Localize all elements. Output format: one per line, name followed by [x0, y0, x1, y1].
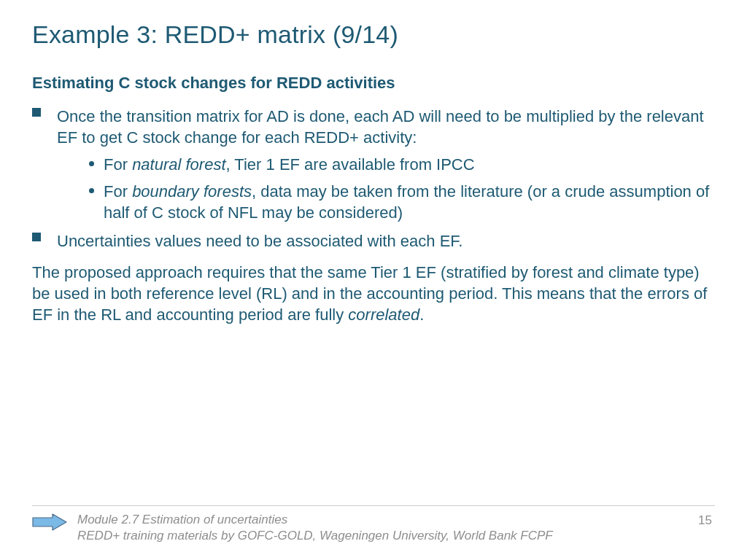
- bullet-text: Once the transition matrix for AD is don…: [57, 107, 704, 147]
- footer-line-1: Module 2.7 Estimation of uncertainties: [77, 512, 688, 528]
- bullet-list: Once the transition matrix for AD is don…: [32, 106, 715, 252]
- sub-text-pre: For: [104, 182, 132, 201]
- slide-body: Once the transition matrix for AD is don…: [32, 106, 715, 325]
- slide-title: Example 3: REDD+ matrix (9/14): [32, 20, 715, 49]
- sub-bullet-list: For natural forest, Tier 1 EF are availa…: [57, 154, 715, 223]
- footer-line-2: REDD+ training materials by GOFC-GOLD, W…: [77, 528, 688, 544]
- sub-text-post: , Tier 1 EF are available from IPCC: [226, 155, 475, 174]
- bullet-item: Once the transition matrix for AD is don…: [32, 106, 715, 223]
- sub-bullet-item: For boundary forests, data may be taken …: [57, 181, 715, 223]
- sub-text-em: boundary forests: [132, 182, 252, 201]
- footer-text: Module 2.7 Estimation of uncertainties R…: [77, 512, 688, 544]
- slide-footer: Module 2.7 Estimation of uncertainties R…: [32, 505, 715, 544]
- sub-bullet-item: For natural forest, Tier 1 EF are availa…: [57, 154, 715, 175]
- body-paragraph: The proposed approach requires that the …: [32, 262, 715, 325]
- slide-subtitle: Estimating C stock changes for REDD acti…: [32, 74, 715, 93]
- sub-text-pre: For: [104, 155, 132, 174]
- footer-divider: [32, 505, 715, 506]
- bullet-item: Uncertainties values need to be associat…: [32, 230, 715, 252]
- svg-marker-0: [33, 514, 66, 530]
- para-post: .: [419, 306, 424, 324]
- sub-text-em: natural forest: [132, 155, 225, 174]
- page-number: 15: [698, 513, 712, 528]
- para-em: correlated: [348, 306, 419, 324]
- bullet-text: Uncertainties values need to be associat…: [57, 232, 462, 250]
- footer-row: Module 2.7 Estimation of uncertainties R…: [32, 512, 715, 544]
- slide: Example 3: REDD+ matrix (9/14) Estimatin…: [0, 0, 747, 560]
- arrow-right-icon: [32, 513, 67, 531]
